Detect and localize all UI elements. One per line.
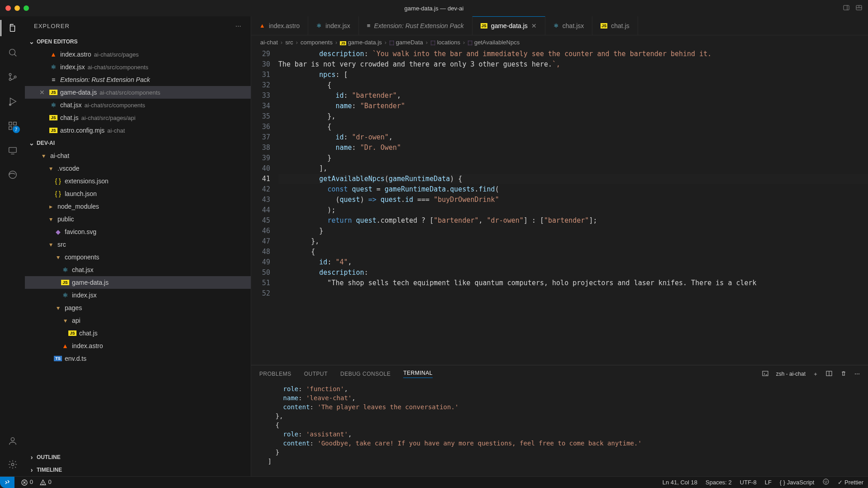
breadcrumb-item[interactable]: ⬚ getAvailableNpcs [467,39,520,46]
file-item[interactable]: ▲index.astro [25,340,251,352]
status-cursor[interactable]: Ln 41, Col 18 [663,479,697,486]
section-outline[interactable]: › OUTLINE [25,451,251,464]
panel-tab[interactable]: OUTPUT [304,371,328,377]
breadcrumb-item[interactable]: ⬚ gameData [389,39,423,46]
layout-customize-icon[interactable] [855,4,863,13]
folder-item[interactable]: ▾pages [25,301,251,314]
folder-item[interactable]: ▾.vscode [25,162,251,175]
editor-tab[interactable]: ⚛index.jsx [308,16,358,35]
open-editor-item[interactable]: JSastro.config.mjs ai-chat [25,124,251,137]
activity-source-control-icon[interactable] [6,71,19,83]
status-spaces[interactable]: Spaces: 2 [706,479,732,486]
breadcrumb[interactable]: ai-chat›src›components›JS game-data.js›⬚… [251,35,868,49]
editor-tab[interactable]: JSgame-data.js✕ [472,16,545,35]
svg-line-6 [14,54,16,57]
status-errors[interactable]: 0 [21,478,33,486]
activity-edge-icon[interactable] [6,168,19,181]
open-editor-item[interactable]: ≡Extension: Rust Extension Pack [25,73,251,86]
titlebar: game-data.js — dev-ai [0,0,868,16]
folder-item[interactable]: ▾ai-chat [25,149,251,162]
editor-tab[interactable]: JSchat.js [592,16,638,35]
breadcrumb-item[interactable]: src [285,39,293,46]
minimize-window-button[interactable] [14,5,20,11]
folder-item[interactable]: ▾public [25,213,251,225]
file-item[interactable]: { }extensions.json [25,175,251,187]
open-editor-item[interactable]: ▲index.astro ai-chat/src/pages [25,48,251,61]
breadcrumb-item[interactable]: ⬚ locations [430,39,460,46]
editor-tab[interactable]: ≡Extension: Rust Extension Pack [359,16,472,35]
editor-tab[interactable]: ▲index.astro [251,16,308,35]
svg-point-7 [9,73,11,76]
activity-bar: 7 [0,16,25,476]
status-eol[interactable]: LF [765,479,772,486]
tree-label: .vscode [57,165,79,172]
status-encoding[interactable]: UTF-8 [740,479,757,486]
close-window-button[interactable] [5,5,11,11]
open-editor-item[interactable]: ✕JSgame-data.js ai-chat/src/components [25,86,251,99]
maximize-window-button[interactable] [24,5,29,11]
layout-sidebar-icon[interactable] [843,4,850,13]
file-item[interactable]: JSgame-data.js [25,276,251,289]
svg-rect-12 [9,122,11,125]
section-workspace[interactable]: ⌄ DEV-AI [25,137,251,149]
breadcrumb-item[interactable]: components [300,39,333,46]
folder-item[interactable]: ▸node_modules [25,200,251,213]
status-warnings[interactable]: 0 [39,478,52,486]
breadcrumb-item[interactable]: JS game-data.js [340,39,382,46]
file-item[interactable]: TSenv.d.ts [25,352,251,365]
file-item[interactable]: ⚛index.jsx [25,289,251,301]
activity-explorer-icon[interactable] [6,22,19,34]
chevron-down-icon: ⌄ [29,38,35,45]
terminal-output[interactable]: role: 'function', name: 'leave-chat', co… [251,383,868,476]
activity-account-icon[interactable] [6,435,19,447]
file-item[interactable]: JSchat.js [25,327,251,340]
tree-label: chat.js [79,330,97,337]
terminal-kill-icon[interactable] [840,370,847,378]
terminal-new-icon[interactable]: ＋ [813,370,818,378]
panel-tab[interactable]: DEBUG CONSOLE [340,371,391,377]
open-editor-item[interactable]: ⚛index.jsx ai-chat/src/components [25,61,251,73]
file-item[interactable]: ⚛chat.jsx [25,263,251,276]
svg-point-20 [11,463,14,466]
file-name: Extension: Rust Extension Pack [60,76,150,83]
open-editor-item[interactable]: ⚛chat.jsx ai-chat/src/components [25,99,251,111]
activity-extensions-icon[interactable]: 7 [6,120,19,132]
panel-tab[interactable]: PROBLEMS [259,371,291,377]
file-item[interactable]: ◆favicon.svg [25,225,251,238]
panel-more-icon[interactable]: ⋯ [854,371,860,377]
section-timeline[interactable]: › TIMELINE [25,464,251,476]
close-editor-icon[interactable]: ✕ [39,89,47,96]
activity-remote-icon[interactable] [6,144,19,157]
activity-search-icon[interactable] [6,46,19,59]
sidebar-more-icon[interactable]: ⋯ [235,23,242,29]
file-item[interactable]: { }launch.json [25,187,251,200]
activity-run-debug-icon[interactable] [6,95,19,108]
status-prettier[interactable]: ✓ Prettier [838,479,863,486]
tab-label: Extension: Rust Extension Pack [374,22,463,29]
svg-rect-16 [9,148,16,153]
close-tab-icon[interactable]: ✕ [531,22,537,29]
folder-item[interactable]: ▾src [25,238,251,251]
folder-item[interactable]: ▾api [25,314,251,327]
terminal-split-icon[interactable] [825,370,833,378]
file-path: ai-chat/src/pages/api [81,115,135,121]
code-area[interactable]: description: `You walk into the bar and … [278,49,868,365]
activity-settings-icon[interactable] [6,458,19,471]
status-feedback-icon[interactable] [822,478,830,487]
remote-indicator[interactable] [0,477,14,488]
panel-tab[interactable]: TERMINAL [403,370,433,378]
tree-label: favicon.svg [65,228,96,235]
file-name: astro.config.mjs [60,127,105,134]
open-editor-item[interactable]: JSchat.js ai-chat/src/pages/api [25,111,251,124]
section-open-editors[interactable]: ⌄ OPEN EDITORS [25,35,251,48]
folder-item[interactable]: ▾components [25,251,251,263]
breadcrumb-item[interactable]: ai-chat [260,39,278,46]
file-name: index.astro [60,51,91,58]
tree-label: index.astro [72,342,103,349]
status-language[interactable]: { } JavaScript [780,479,815,486]
terminal-shell-label[interactable]: zsh - ai-chat [776,371,806,377]
editor-tab[interactable]: ⚛chat.jsx [545,16,592,35]
svg-point-11 [9,104,11,106]
terminal-launch-icon[interactable] [762,370,769,378]
editor[interactable]: 2930313233343536373839404142434445464748… [251,49,868,365]
